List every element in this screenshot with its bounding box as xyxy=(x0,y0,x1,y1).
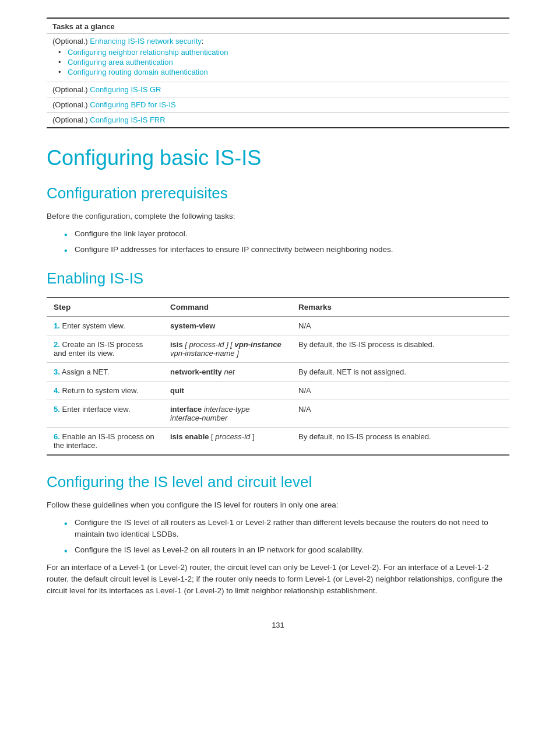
step-4-num: 4. xyxy=(54,386,60,395)
link-isis-frr[interactable]: Configuring IS-IS FRR xyxy=(90,116,165,124)
step-1-command: system-view xyxy=(163,316,291,335)
link-isis-gr[interactable]: Configuring IS-IS GR xyxy=(90,85,161,94)
prerequisites-bullets: Configure the link layer protocol. Confi… xyxy=(47,228,509,256)
table-row: 2. Create an IS-IS process and enter its… xyxy=(47,335,509,362)
step-5-text: Enter interface view. xyxy=(62,405,130,414)
is-level-para1: Follow these guidelines when you configu… xyxy=(47,499,509,511)
table-row: 4. Return to system view. quit N/A xyxy=(47,381,509,400)
enabling-steps-table: Step Command Remarks 1. Enter system vie… xyxy=(47,297,509,456)
step-2-cmd-bold: isis xyxy=(170,340,183,349)
table-row: 3. Assign a NET. network-entity net By d… xyxy=(47,362,509,381)
optional-label-2: (Optional.) xyxy=(52,85,88,94)
security-bullets: Configuring neighbor relationship authen… xyxy=(52,48,504,76)
tasks-row-3: (Optional.) Configuring BFD for IS-IS xyxy=(47,97,509,113)
step-1-cmd-bold: system-view xyxy=(170,321,215,330)
step-4-text: Return to system view. xyxy=(62,386,138,395)
table-row: 6. Enable an IS-IS process on the interf… xyxy=(47,427,509,455)
step-4-desc: 4. Return to system view. xyxy=(47,381,163,400)
step-2-remarks: By default, the IS-IS process is disable… xyxy=(291,335,509,362)
optional-label-4: (Optional.) xyxy=(52,116,88,124)
step-5-remarks: N/A xyxy=(291,400,509,427)
prereq-bullet-2: Configure IP addresses for interfaces to… xyxy=(64,244,509,256)
step-4-cmd-bold: quit xyxy=(170,386,184,395)
step-6-desc: 6. Enable an IS-IS process on the interf… xyxy=(47,427,163,455)
col-header-step: Step xyxy=(47,298,163,317)
step-1-desc: 1. Enter system view. xyxy=(47,316,163,335)
link-routing-domain-auth[interactable]: Configuring routing domain authenticatio… xyxy=(68,68,208,76)
step-1-num: 1. xyxy=(54,321,60,330)
prereq-bullet-1: Configure the link layer protocol. xyxy=(64,228,509,240)
step-2-desc: 2. Create an IS-IS process and enter its… xyxy=(47,335,163,362)
step-6-text: Enable an IS-IS process on the interface… xyxy=(54,432,154,450)
main-title: Configuring basic IS-IS xyxy=(47,146,509,170)
is-level-bullets: Configure the IS level of all routers as… xyxy=(47,517,509,556)
step-5-desc: 5. Enter interface view. xyxy=(47,400,163,427)
prerequisites-intro: Before the configuration, complete the f… xyxy=(47,211,509,222)
step-5-command: interface interface-typeinterface-number xyxy=(163,400,291,427)
step-6-cmd-rest: [ process-id ] xyxy=(211,432,254,441)
step-3-remarks: By default, NET is not assigned. xyxy=(291,362,509,381)
step-5-num: 5. xyxy=(54,405,60,414)
tasks-row-4: (Optional.) Configuring IS-IS FRR xyxy=(47,113,509,128)
step-2-text: Create an IS-IS process and enter its vi… xyxy=(54,340,143,358)
step-2-cmd-rest: [ process-id ] [ vpn-instance vpn-instan… xyxy=(170,340,281,358)
step-2-command: isis [ process-id ] [ vpn-instance vpn-i… xyxy=(163,335,291,362)
table-row: 1. Enter system view. system-view N/A xyxy=(47,316,509,335)
step-5-cmd-bold: interface xyxy=(170,405,202,414)
link-bfd-isis[interactable]: Configuring BFD for IS-IS xyxy=(90,100,175,109)
tasks-row-2: (Optional.) Configuring IS-IS GR xyxy=(47,82,509,97)
col-header-command: Command xyxy=(163,298,291,317)
optional-label-1: (Optional.) xyxy=(52,37,88,46)
step-6-num: 6. xyxy=(54,432,60,441)
step-1-remarks: N/A xyxy=(291,316,509,335)
step-3-text: Assign a NET. xyxy=(62,368,110,376)
step-6-remarks: By default, no IS-IS process is enabled. xyxy=(291,427,509,455)
link-enhancing-isis[interactable]: Enhancing IS-IS network security xyxy=(90,37,201,46)
optional-label-3: (Optional.) xyxy=(52,100,88,109)
step-3-desc: 3. Assign a NET. xyxy=(47,362,163,381)
step-6-cmd-bold: isis enable xyxy=(170,432,209,441)
step-2-num: 2. xyxy=(54,340,60,349)
is-level-bullet-1: Configure the IS level of all routers as… xyxy=(64,517,509,541)
step-3-cmd-bold: network-entity xyxy=(170,368,222,376)
table-row: 5. Enter interface view. interface inter… xyxy=(47,400,509,427)
prerequisites-title: Configuration prerequisites xyxy=(47,184,509,202)
step-3-command: network-entity net xyxy=(163,362,291,381)
tasks-header: Tasks at a glance xyxy=(47,18,509,34)
enabling-title: Enabling IS-IS xyxy=(47,270,509,288)
step-1-text: Enter system view. xyxy=(62,321,125,330)
is-level-title: Configuring the IS level and circuit lev… xyxy=(47,473,509,491)
step-4-command: quit xyxy=(163,381,291,400)
page-number: 131 xyxy=(47,621,509,629)
link-colon: : xyxy=(202,37,204,46)
step-4-remarks: N/A xyxy=(291,381,509,400)
step-3-num: 3. xyxy=(54,368,60,376)
step-3-cmd-rest: net xyxy=(224,368,234,376)
tasks-at-a-glance-table: Tasks at a glance (Optional.) Enhancing … xyxy=(47,18,509,128)
is-level-para2: For an interface of a Level-1 (or Level-… xyxy=(47,562,509,597)
step-6-command: isis enable [ process-id ] xyxy=(163,427,291,455)
col-header-remarks: Remarks xyxy=(291,298,509,317)
tasks-row-1: (Optional.) Enhancing IS-IS network secu… xyxy=(47,34,509,82)
link-neighbor-auth[interactable]: Configuring neighbor relationship authen… xyxy=(68,48,228,57)
link-area-auth[interactable]: Configuring area authentication xyxy=(68,58,173,66)
is-level-bullet-2: Configure the IS level as Level-2 on all… xyxy=(64,544,509,556)
